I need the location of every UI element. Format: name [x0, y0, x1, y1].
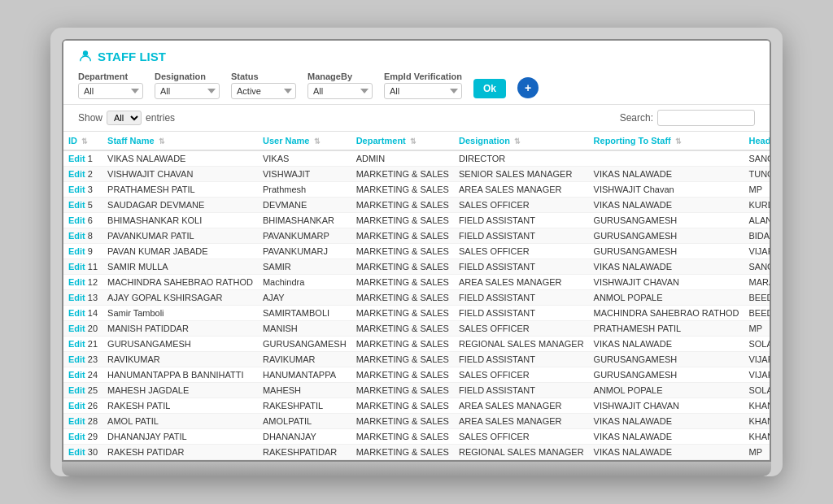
- cell-user-name: Machindra: [258, 275, 351, 290]
- edit-link[interactable]: Edit: [68, 154, 85, 163]
- edit-link[interactable]: Edit: [68, 246, 85, 256]
- col-headque: Head Que ⇅: [744, 132, 770, 150]
- edit-link[interactable]: Edit: [68, 308, 85, 318]
- edit-link[interactable]: Edit: [68, 370, 85, 380]
- cell-department: MARKETING & SALES: [351, 213, 454, 228]
- entries-label: entries: [146, 112, 175, 124]
- cell-staff-name: PRATHAMESH PATIL: [102, 182, 258, 198]
- table-header-row: ID ⇅ Staff Name ⇅ User Name ⇅ Department…: [63, 132, 770, 150]
- edit-link[interactable]: Edit: [68, 215, 85, 225]
- cell-headque: KHANDES: [744, 429, 770, 445]
- cell-staff-name: RAVIKUMAR: [102, 352, 258, 367]
- col-id: ID ⇅: [63, 132, 102, 150]
- cell-staff-name: PAVAN KUMAR JABADE: [102, 244, 258, 259]
- cell-department: MARKETING & SALES: [351, 445, 454, 460]
- cell-headque: KURDUW: [744, 198, 770, 213]
- edit-link[interactable]: Edit: [68, 293, 85, 302]
- cell-designation: FIELD ASSISTANT: [454, 290, 589, 306]
- edit-link[interactable]: Edit: [68, 354, 85, 364]
- manageby-label: ManageBy: [307, 72, 373, 81]
- col-reporting: Reporting To Staff ⇅: [589, 132, 744, 150]
- entries-select[interactable]: All 10 25 50: [107, 111, 142, 125]
- cell-headque: VIJAPUR: [744, 367, 770, 383]
- cell-designation: SALES OFFICER: [454, 244, 589, 259]
- cell-designation: SALES OFFICER: [454, 367, 589, 383]
- cell-id: Edit 13: [63, 290, 102, 306]
- cell-designation: FIELD ASSISTANT: [454, 259, 589, 275]
- table-row: Edit 9 PAVAN KUMAR JABADE PAVANKUMARJ MA…: [63, 244, 770, 259]
- cell-headque: SOLAPUR: [744, 383, 770, 398]
- edit-link[interactable]: Edit: [68, 231, 85, 241]
- cell-staff-name: RAKESH PATIL: [102, 398, 258, 414]
- table-row: Edit 29 DHANANJAY PATIL DHANANJAY MARKET…: [63, 429, 770, 445]
- cell-reporting: GURUSANGAMESH: [589, 244, 744, 259]
- search-input[interactable]: [657, 110, 755, 126]
- cell-designation: AREA SALES MANAGER: [454, 182, 589, 198]
- edit-link[interactable]: Edit: [68, 385, 85, 395]
- filters-row: Department All Designation All Status: [78, 72, 755, 99]
- cell-department: MARKETING & SALES: [351, 167, 454, 182]
- edit-link[interactable]: Edit: [68, 324, 85, 333]
- manageby-select[interactable]: All: [307, 83, 373, 99]
- sort-id[interactable]: ⇅: [81, 137, 88, 146]
- cell-reporting: VIKAS NALAWADE: [589, 337, 744, 352]
- cell-user-name: RAKESHPATIDAR: [258, 445, 351, 460]
- cell-id: Edit 30: [63, 445, 102, 460]
- cell-staff-name: GURUSANGAMESH: [102, 337, 258, 352]
- cell-headque: SOLAPUR: [744, 337, 770, 352]
- edit-link[interactable]: Edit: [68, 200, 85, 210]
- table-body: Edit 1 VIKAS NALAWADE VIKAS ADMIN DIRECT…: [63, 150, 770, 460]
- sort-name[interactable]: ⇅: [159, 137, 165, 146]
- table-row: Edit 11 SAMIR MULLA SAMIR MARKETING & SA…: [63, 259, 770, 275]
- cell-headque: SANGLI: [744, 150, 770, 167]
- edit-link[interactable]: Edit: [68, 416, 85, 426]
- status-label: Status: [231, 72, 296, 81]
- sort-desig[interactable]: ⇅: [514, 137, 521, 146]
- designation-select[interactable]: All: [155, 83, 220, 99]
- cell-id: Edit 20: [63, 321, 102, 337]
- status-select[interactable]: Active: [231, 83, 296, 99]
- cell-designation: FIELD ASSISTANT: [454, 213, 589, 228]
- edit-link[interactable]: Edit: [68, 401, 85, 411]
- cell-designation: AREA SALES MANAGER: [454, 398, 589, 414]
- sort-username[interactable]: ⇅: [314, 137, 321, 146]
- sort-dept[interactable]: ⇅: [410, 137, 416, 146]
- filter-designation: Designation All: [155, 72, 220, 99]
- cell-designation: SALES OFFICER: [454, 321, 589, 337]
- cell-department: MARKETING & SALES: [351, 337, 454, 352]
- cell-staff-name: MAHESH JAGDALE: [102, 383, 258, 398]
- cell-headque: VIJAPUR: [744, 352, 770, 367]
- cell-designation: FIELD ASSISTANT: [454, 306, 589, 321]
- ok-button[interactable]: Ok: [473, 79, 506, 98]
- edit-link[interactable]: Edit: [68, 432, 85, 441]
- edit-link[interactable]: Edit: [68, 169, 85, 179]
- filter-empid: EmpId Verification All: [384, 72, 462, 99]
- edit-link[interactable]: Edit: [68, 262, 85, 272]
- cell-user-name: MAHESH: [258, 383, 351, 398]
- edit-link[interactable]: Edit: [68, 277, 85, 287]
- search-label: Search:: [620, 112, 653, 124]
- empid-select[interactable]: All: [384, 83, 462, 99]
- cell-designation: REGIONAL SALES MANAGER: [454, 445, 589, 460]
- cell-staff-name: BHIMASHANKAR KOLI: [102, 213, 258, 228]
- cell-id: Edit 2: [63, 167, 102, 182]
- cell-user-name: HANUMANTAPPA: [258, 367, 351, 383]
- table-wrapper: ID ⇅ Staff Name ⇅ User Name ⇅ Department…: [63, 132, 770, 460]
- cell-designation: FIELD ASSISTANT: [454, 352, 589, 367]
- cell-department: MARKETING & SALES: [351, 259, 454, 275]
- cell-department: MARKETING & SALES: [351, 198, 454, 213]
- cell-staff-name: MACHINDRA SAHEBRAO RATHOD: [102, 275, 258, 290]
- department-select[interactable]: All: [78, 83, 143, 99]
- add-button[interactable]: +: [517, 77, 539, 98]
- table-row: Edit 23 RAVIKUMAR RAVIKUMAR MARKETING & …: [63, 352, 770, 367]
- cell-user-name: SAMIRTAMBOLI: [258, 306, 351, 321]
- cell-id: Edit 9: [63, 244, 102, 259]
- cell-reporting: GURUSANGAMESH: [589, 228, 744, 244]
- cell-reporting: VIKAS NALAWADE: [589, 414, 744, 429]
- edit-link[interactable]: Edit: [68, 447, 85, 457]
- sort-reporting[interactable]: ⇅: [675, 137, 682, 146]
- cell-user-name: PAVANKUMARP: [258, 228, 351, 244]
- edit-link[interactable]: Edit: [68, 339, 85, 349]
- cell-user-name: AMOLPATIL: [258, 414, 351, 429]
- edit-link[interactable]: Edit: [68, 185, 85, 194]
